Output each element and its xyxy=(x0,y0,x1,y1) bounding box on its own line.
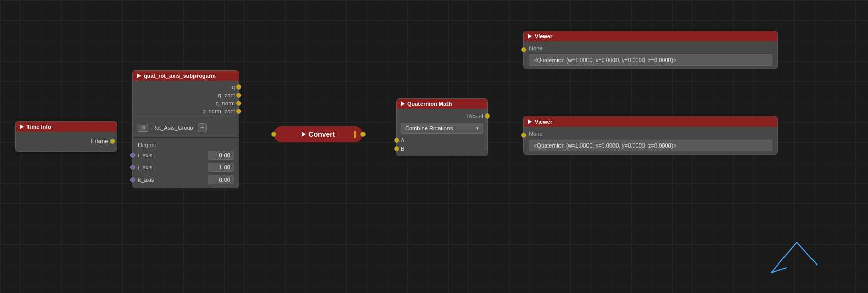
frame-row: Frame xyxy=(20,136,113,147)
quat-math-header: Quaternion Math xyxy=(397,99,487,109)
viewer-2-header: Viewer xyxy=(524,116,777,127)
result-label: Result xyxy=(467,113,483,119)
viewer-1-value: <Quaternion (w=1.0000, x=0.0000, y=0.000… xyxy=(529,54,772,66)
dropdown-row: Combine Rotations ▾ xyxy=(397,120,487,136)
i-axis-row: i_axis 0.00 xyxy=(133,149,239,161)
q-conj-label: q_conj xyxy=(218,92,235,98)
group-icon: ⊞ xyxy=(138,124,148,132)
collapse-icon[interactable] xyxy=(401,101,405,106)
convert-title: Convert xyxy=(309,130,335,138)
q-conj-socket xyxy=(236,93,241,98)
j-axis-value[interactable]: 1.00 xyxy=(208,163,234,172)
quat-rot-body: q q_conj q_norm q_norm_conj ⊞ Rot_Axis_G… xyxy=(133,81,239,188)
viewer-2-input-socket xyxy=(521,133,526,138)
q-conj-output-row: q_conj xyxy=(133,91,239,99)
q-label: q xyxy=(232,84,235,90)
viewer-2-node: Viewer None <Quaternion (w=1.0000, x=0.0… xyxy=(523,116,778,155)
quat-rot-header: quat_rot_axis_subprogarm xyxy=(133,71,239,81)
convert-output-socket xyxy=(360,132,366,137)
k-axis-value[interactable]: 0.00 xyxy=(208,175,234,184)
k-axis-row: k_axis 0.00 xyxy=(133,173,239,186)
viewer-1-input-socket xyxy=(521,47,526,52)
time-info-node: Time Info Frame xyxy=(15,121,117,152)
i-axis-value[interactable]: 0.00 xyxy=(208,151,234,160)
q-norm-socket xyxy=(236,101,241,106)
q-norm-conj-socket xyxy=(236,109,241,114)
time-info-body: Frame xyxy=(16,132,117,151)
viewer-1-none: None xyxy=(529,44,772,54)
quat-rot-node: quat_rot_axis_subprogarm q q_conj q_norm… xyxy=(132,70,239,188)
j-axis-label: j_axis xyxy=(138,164,152,170)
add-button[interactable]: + xyxy=(198,123,207,132)
frame-label: Frame xyxy=(91,138,108,145)
viewer-2-value: <Quaternion (w=1.0000, x=0.0000, y=0.000… xyxy=(529,140,772,151)
q-socket xyxy=(236,84,241,90)
result-output-row: Result xyxy=(397,112,487,120)
viewer-1-title: Viewer xyxy=(535,33,552,39)
quat-math-body: Result Combine Rotations ▾ A B xyxy=(397,109,487,156)
collapse-icon[interactable] xyxy=(137,73,141,78)
q-norm-conj-label: q_norm_conj xyxy=(202,108,235,114)
dropdown-value: Combine Rotations xyxy=(405,125,453,131)
j-axis-row: j_axis 1.00 xyxy=(133,161,239,173)
q-norm-label: q_norm xyxy=(216,100,235,106)
divider1 xyxy=(133,118,239,118)
quat-math-node: Quaternion Math Result Combine Rotations… xyxy=(396,98,488,156)
degree-label: Degree xyxy=(133,140,239,149)
b-input-socket xyxy=(394,146,399,151)
result-socket xyxy=(485,113,490,119)
viewer-2-title: Viewer xyxy=(535,119,552,125)
k-axis-label: k_axis xyxy=(138,177,154,183)
convert-right-icon: ‖ xyxy=(353,130,357,138)
q-output-row: q xyxy=(133,83,239,91)
quat-rot-title: quat_rot_axis_subprogarm xyxy=(144,73,216,79)
collapse-icon[interactable] xyxy=(302,132,306,137)
combine-rotations-dropdown[interactable]: Combine Rotations ▾ xyxy=(401,123,483,134)
group-label: Rot_Axis_Group xyxy=(152,125,193,131)
i-axis-label: i_axis xyxy=(138,152,152,158)
viewer-1-node: Viewer None <Quaternion (w=1.0000, x=0.0… xyxy=(523,31,778,69)
collapse-icon[interactable] xyxy=(528,119,532,124)
divider2 xyxy=(133,137,239,138)
group-row: ⊞ Rot_Axis_Group + xyxy=(133,120,239,135)
chevron-down-icon: ▾ xyxy=(476,126,479,131)
time-info-header: Time Info xyxy=(16,122,117,132)
q-norm-output-row: q_norm xyxy=(133,99,239,107)
time-info-title: Time Info xyxy=(26,124,51,130)
a-label: A xyxy=(401,137,404,143)
convert-node: Convert ‖ xyxy=(274,126,363,142)
collapse-icon[interactable] xyxy=(528,34,532,39)
a-input-row: A xyxy=(397,136,487,144)
q-norm-conj-output-row: q_norm_conj xyxy=(133,107,239,115)
k-axis-socket xyxy=(130,177,135,182)
convert-input-socket xyxy=(271,132,276,137)
collapse-icon[interactable] xyxy=(20,124,24,129)
j-axis-socket xyxy=(130,165,135,170)
i-axis-socket xyxy=(130,153,135,158)
viewer-1-header: Viewer xyxy=(524,31,777,41)
frame-output-socket xyxy=(110,139,115,144)
convert-header: Convert ‖ xyxy=(274,126,363,142)
a-input-socket xyxy=(394,138,399,143)
b-label: B xyxy=(401,145,404,152)
quat-math-title: Quaternion Math xyxy=(407,101,452,107)
viewer-2-body: None <Quaternion (w=1.0000, x=0.0000, y=… xyxy=(524,127,777,154)
viewer-1-body: None <Quaternion (w=1.0000, x=0.0000, y=… xyxy=(524,41,777,69)
viewer-2-none: None xyxy=(529,130,772,140)
b-input-row: B xyxy=(397,144,487,153)
